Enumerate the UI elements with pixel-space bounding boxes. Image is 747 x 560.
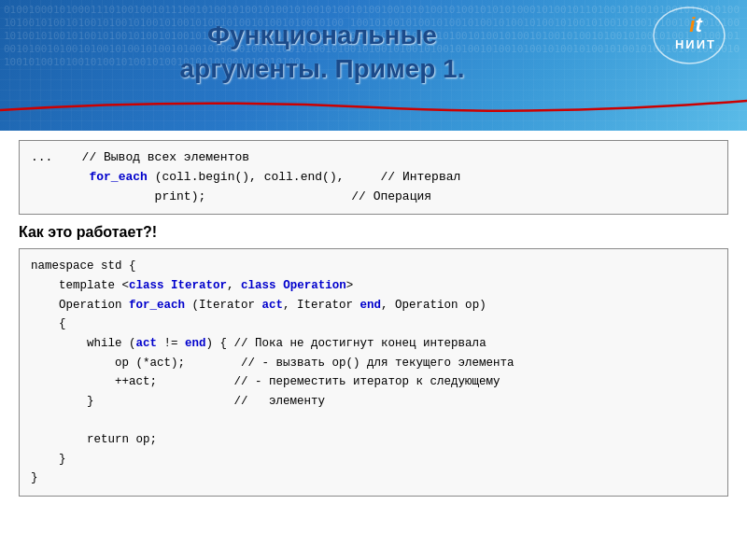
code-line-ns: namespace std { (31, 257, 716, 276)
code-line-empty (31, 411, 716, 430)
code-line-brace-open: { (31, 315, 716, 334)
code-line-ns-close: } (31, 469, 716, 488)
title-line2: аргументы. Пример 1. (0, 52, 644, 86)
code-line-func-close: } (31, 450, 716, 469)
code-line-increment: ++act; // - переместить итератор к следу… (31, 372, 716, 392)
code-line-op: op (*act); // - вызвать op() для текущег… (31, 354, 716, 373)
page-title-area: Функциональные аргументы. Пример 1. (0, 19, 644, 87)
code-line-return: return op; (31, 430, 716, 450)
foreach-keyword-2: for_each (129, 299, 185, 312)
foreach-keyword-1: for_each (89, 170, 147, 184)
page-title: Функциональные аргументы. Пример 1. (0, 19, 644, 87)
code-block-1: ... // Вывод всех элементов for_each (co… (19, 140, 728, 215)
code-line-while: while (act != end) { // Пока не достигну… (31, 334, 716, 354)
logo: it НИИТ (663, 7, 728, 59)
code-line-2: for_each (coll.begin(), coll.end(), // И… (31, 168, 716, 188)
logo-it-text: it (689, 15, 701, 35)
code-block-2: namespace std { template <class Iterator… (19, 248, 728, 497)
code-line-while-close: } // элементу (31, 392, 716, 412)
section-label: Как это работает?! (19, 224, 728, 241)
main-content: ... // Вывод всех элементов for_each (co… (0, 131, 747, 560)
code-line-foreach-sig: Operation for_each (Iterator act, Iterat… (31, 296, 716, 315)
code-line-3: print); // Операция (31, 188, 716, 207)
code-line-1: ... // Вывод всех элементов (31, 148, 716, 168)
title-line1: Функциональные (0, 19, 644, 52)
code-line-template: template <class Iterator, class Operatio… (31, 276, 716, 296)
logo-niit-text: НИИТ (675, 37, 716, 51)
